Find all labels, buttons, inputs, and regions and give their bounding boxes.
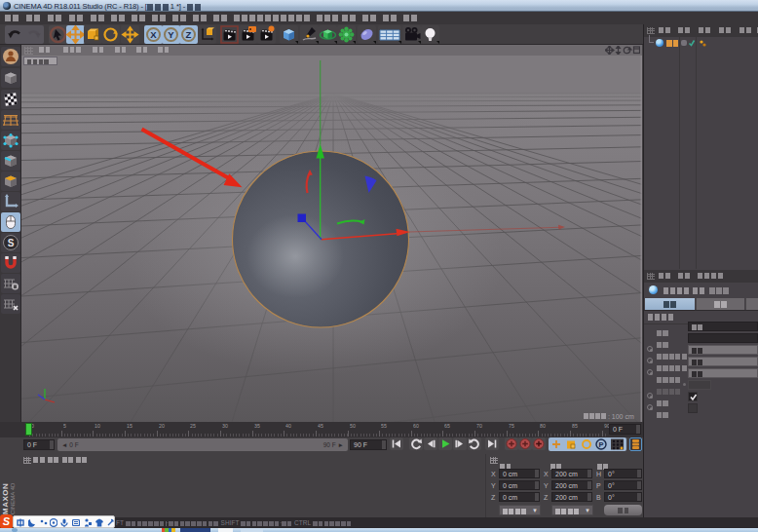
svg-text:S: S: [8, 238, 15, 248]
svg-text:X: X: [150, 29, 157, 40]
svg-text:P: P: [598, 440, 603, 449]
svg-text:Z: Z: [186, 29, 192, 40]
svg-text:Y: Y: [168, 29, 174, 40]
